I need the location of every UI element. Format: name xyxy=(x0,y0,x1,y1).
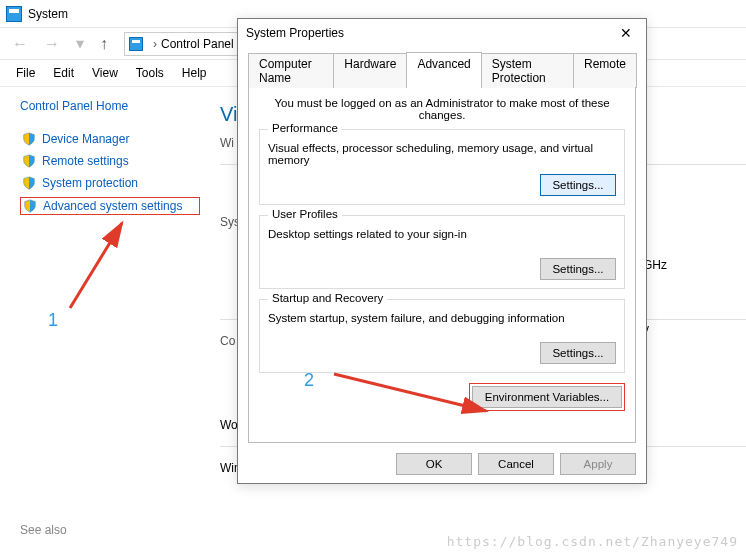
history-dropdown[interactable]: ▾ xyxy=(70,32,90,55)
group-title: Performance xyxy=(268,122,342,134)
menu-tools[interactable]: Tools xyxy=(136,66,164,80)
shield-icon xyxy=(23,199,37,213)
watermark: https://blog.csdn.net/Zhanyeye749 xyxy=(447,534,738,549)
dialog-title: System Properties xyxy=(246,26,344,40)
group-title: User Profiles xyxy=(268,208,342,220)
ok-button[interactable]: OK xyxy=(396,453,472,475)
system-icon xyxy=(6,6,22,22)
annotation-number-1: 1 xyxy=(48,310,58,331)
menu-edit[interactable]: Edit xyxy=(53,66,74,80)
performance-settings-button[interactable]: Settings... xyxy=(540,174,616,196)
tab-remote[interactable]: Remote xyxy=(573,53,637,88)
shield-icon xyxy=(22,154,36,168)
breadcrumb-item[interactable]: Control Panel xyxy=(161,37,234,51)
sidebar-item-device-manager[interactable]: Device Manager xyxy=(20,131,200,147)
forward-button[interactable]: → xyxy=(38,33,66,55)
sidebar-item-label: Device Manager xyxy=(42,132,129,146)
group-user-profiles: User Profiles Desktop settings related t… xyxy=(259,215,625,289)
back-button[interactable]: ← xyxy=(6,33,34,55)
admin-note: You must be logged on as an Administrato… xyxy=(259,97,625,121)
svg-line-1 xyxy=(334,374,486,411)
sidebar-item-label: System protection xyxy=(42,176,138,190)
group-startup-recovery: Startup and Recovery System startup, sys… xyxy=(259,299,625,373)
group-title: Startup and Recovery xyxy=(268,292,387,304)
group-performance: Performance Visual effects, processor sc… xyxy=(259,129,625,205)
breadcrumb-separator: › xyxy=(153,37,157,51)
startup-recovery-settings-button[interactable]: Settings... xyxy=(540,342,616,364)
tab-hardware[interactable]: Hardware xyxy=(333,53,407,88)
shield-icon xyxy=(22,132,36,146)
annotation-number-2: 2 xyxy=(304,370,314,391)
menu-view[interactable]: View xyxy=(92,66,118,80)
apply-button[interactable]: Apply xyxy=(560,453,636,475)
shield-icon xyxy=(22,176,36,190)
sidebar-item-system-protection[interactable]: System protection xyxy=(20,175,200,191)
dialog-titlebar: System Properties ✕ xyxy=(238,19,646,47)
tab-computer-name[interactable]: Computer Name xyxy=(248,53,334,88)
close-button[interactable]: ✕ xyxy=(614,23,638,43)
menu-file[interactable]: File xyxy=(16,66,35,80)
see-also-label: See also xyxy=(20,523,67,537)
tab-system-protection[interactable]: System Protection xyxy=(481,53,574,88)
dialog-button-row: OK Cancel Apply xyxy=(396,453,636,475)
user-profiles-settings-button[interactable]: Settings... xyxy=(540,258,616,280)
menu-help[interactable]: Help xyxy=(182,66,207,80)
sidebar-item-label: Remote settings xyxy=(42,154,129,168)
group-description: System startup, system failure, and debu… xyxy=(268,312,616,324)
group-description: Desktop settings related to your sign-in xyxy=(268,228,616,240)
sidebar-item-remote-settings[interactable]: Remote settings xyxy=(20,153,200,169)
cancel-button[interactable]: Cancel xyxy=(478,453,554,475)
system-window-title: System xyxy=(28,7,68,21)
system-icon xyxy=(129,37,143,51)
svg-line-0 xyxy=(70,223,122,308)
annotation-arrow xyxy=(60,213,150,323)
tab-advanced[interactable]: Advanced xyxy=(406,52,481,87)
annotation-arrow xyxy=(326,366,516,424)
up-button[interactable]: ↑ xyxy=(94,33,114,55)
control-panel-home-link[interactable]: Control Panel Home xyxy=(20,99,200,113)
sidebar-item-label: Advanced system settings xyxy=(43,199,182,213)
group-description: Visual effects, processor scheduling, me… xyxy=(268,142,616,166)
tab-strip: Computer Name Hardware Advanced System P… xyxy=(248,51,636,87)
